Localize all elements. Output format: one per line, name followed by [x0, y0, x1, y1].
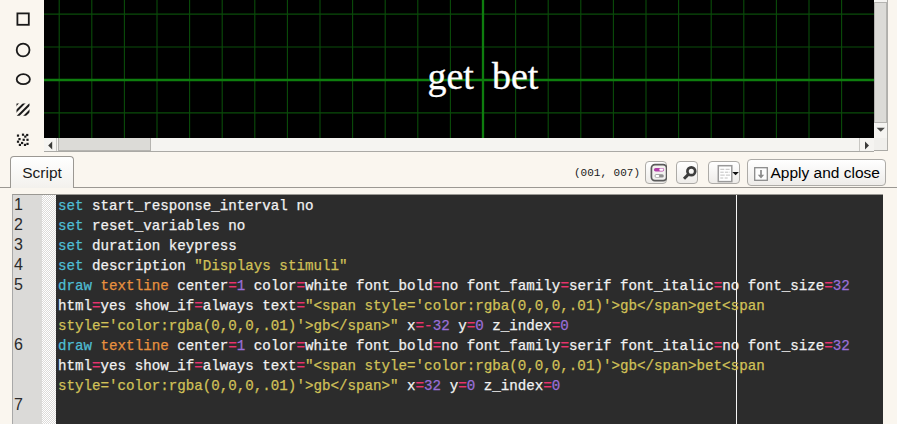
svg-text:bet: bet: [492, 55, 539, 97]
svg-text:get: get: [427, 55, 474, 97]
